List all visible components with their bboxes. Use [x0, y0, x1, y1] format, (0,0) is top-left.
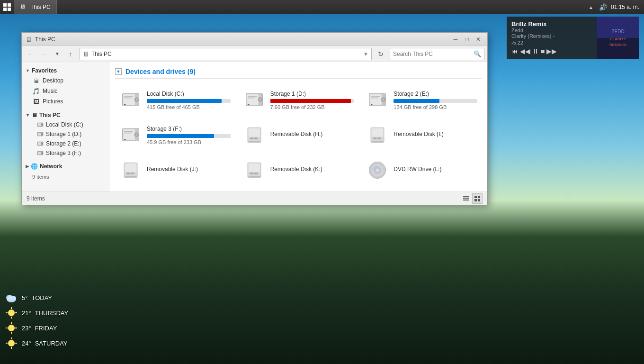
- tiles-view-button[interactable]: [472, 193, 483, 204]
- drive-item-i[interactable]: Removable Disk (I:): [362, 119, 482, 151]
- weather-widget: 5° TODAY 21° THURSDAY 23° FRID: [5, 291, 68, 350]
- drive-c-name: Local Disk (C:): [147, 91, 231, 97]
- svg-rect-51: [248, 98, 255, 99]
- svg-rect-66: [124, 139, 126, 140]
- list-view-button[interactable]: [461, 193, 471, 204]
- address-bar-chevron-icon[interactable]: ▼: [363, 51, 368, 57]
- drive-item-l[interactable]: DVD RW Drive (L:): [362, 155, 482, 186]
- weather-today: 5° TODAY: [5, 291, 68, 304]
- svg-point-17: [8, 325, 15, 331]
- start-button[interactable]: [0, 0, 14, 14]
- sidebar-favorites-header[interactable]: ▼ Favorites: [22, 66, 109, 75]
- drive-c-space: 415 GB free of 465 GB: [147, 104, 231, 110]
- music-pause-button[interactable]: ⏸: [532, 47, 539, 55]
- this-pc-chevron-icon: ▼: [26, 113, 30, 118]
- sidebar-music-label: Music: [43, 88, 57, 94]
- sidebar-item-local-disk[interactable]: Local Disk (C:): [22, 120, 109, 129]
- music-stop-button[interactable]: ■: [541, 47, 545, 55]
- music-next-button[interactable]: ▶▶: [546, 47, 557, 55]
- section-collapse-button[interactable]: ▼: [115, 68, 122, 75]
- svg-rect-52: [248, 104, 250, 105]
- drive-item-j[interactable]: Removable Disk (J:): [115, 155, 235, 186]
- drives-grid: Local Disk (C:) 415 GB free of 465 GB: [115, 84, 482, 186]
- sidebar-network-header[interactable]: ▶ 🌐 Network: [22, 162, 109, 171]
- explorer-titlebar: 🖥 This PC ─ □ ✕: [22, 33, 487, 46]
- svg-rect-64: [124, 131, 133, 132]
- drive-f-space: 45.9 GB free of 233 GB: [147, 139, 231, 145]
- music-prev-button[interactable]: ⏮: [511, 47, 518, 55]
- back-button[interactable]: ←: [25, 48, 37, 60]
- refresh-button[interactable]: ↻: [375, 48, 387, 60]
- search-input[interactable]: [393, 51, 474, 57]
- sidebar-item-storage3[interactable]: Storage 3 (F:): [22, 148, 109, 158]
- speaker-icon[interactable]: 🔊: [599, 3, 607, 11]
- drive-item-h[interactable]: Removable Disk (H:): [239, 119, 358, 151]
- forward-button[interactable]: →: [38, 48, 50, 60]
- drive-h-icon-area: [243, 124, 266, 146]
- svg-rect-1: [8, 3, 11, 7]
- svg-rect-74: [374, 137, 377, 139]
- svg-point-42: [136, 99, 138, 100]
- svg-rect-43: [124, 96, 133, 97]
- svg-rect-57: [371, 96, 380, 97]
- svg-rect-75: [377, 137, 381, 139]
- drive-item-d[interactable]: Storage 1 (D:) 7.60 GB free of 232 GB: [239, 84, 358, 116]
- svg-point-63: [136, 134, 138, 136]
- svg-rect-44: [124, 98, 132, 99]
- music-title: Brillz Remix: [511, 20, 592, 27]
- weather-saturday-temp: 24°: [22, 340, 31, 347]
- sidebar-network-label: Network: [40, 163, 62, 170]
- sidebar-item-pictures[interactable]: 🖼 Pictures: [22, 96, 109, 107]
- svg-point-35: [42, 143, 43, 145]
- svg-rect-59: [371, 104, 373, 105]
- toolbar-dropdown-button[interactable]: ▼: [51, 48, 63, 60]
- address-bar[interactable]: 🖥 This PC ▼: [80, 48, 372, 60]
- svg-rect-45: [124, 104, 126, 105]
- window-controls: ─ □ ✕: [450, 35, 483, 44]
- drive-l-info: DVD RW Drive (L:): [394, 166, 477, 174]
- sidebar-item-storage1[interactable]: Storage 1 (D:): [22, 129, 109, 139]
- status-items-count: 9 items: [27, 195, 45, 202]
- svg-rect-78: [125, 164, 137, 172]
- svg-rect-70: [254, 137, 258, 139]
- svg-rect-34: [38, 142, 41, 145]
- maximize-button[interactable]: □: [462, 35, 472, 44]
- desktop-icon: 🖥: [32, 77, 40, 84]
- drive-j-name: Removable Disk (J:): [147, 166, 231, 173]
- drive-e-bar-container: [394, 99, 477, 103]
- explorer-toolbar: ← → ▼ ↑ 🖥 This PC ▼ ↻ 🔍: [22, 46, 487, 62]
- music-widget: Brillz Remix Zedd Clarity (Remixes) - -5…: [507, 17, 639, 59]
- address-bar-text: This PC: [91, 51, 363, 57]
- drive-c-hdd-icon: [121, 90, 141, 110]
- drive-item-f[interactable]: Storage 3 (F:) 45.9 GB free of 233 GB: [115, 119, 235, 151]
- drive-k-removable-icon: [244, 160, 264, 180]
- taskbar-window-this-pc[interactable]: 🖥 This PC: [14, 0, 57, 14]
- weather-today-temp: 5°: [22, 294, 27, 301]
- sidebar-item-storage2[interactable]: Storage 2 (E:): [22, 139, 109, 148]
- drive-h-removable-icon: [244, 125, 264, 145]
- drive-item-e[interactable]: Storage 2 (E:) 134 GB free of 298 GB: [362, 84, 482, 116]
- devices-section-title: Devices and drives (9): [125, 68, 196, 75]
- sidebar-this-pc-icon: 🖥: [32, 112, 37, 118]
- sidebar-item-music[interactable]: 🎵 Music: [22, 86, 109, 96]
- drive-e-info: Storage 2 (E:) 134 GB free of 298 GB: [394, 91, 477, 110]
- music-play-button[interactable]: ◀◀: [520, 47, 530, 55]
- close-button[interactable]: ✕: [473, 35, 483, 44]
- sidebar-item-desktop[interactable]: 🖥 Desktop: [22, 75, 109, 86]
- svg-rect-68: [248, 128, 260, 137]
- music-controls: ⏮ ◀◀ ⏸ ■ ▶▶: [511, 47, 592, 55]
- weather-thursday-label: THURSDAY: [35, 309, 69, 317]
- drive-item-k[interactable]: Removable Disk (K:): [239, 155, 358, 186]
- minimize-button[interactable]: ─: [450, 35, 461, 44]
- up-button[interactable]: ↑: [64, 48, 77, 60]
- svg-rect-50: [248, 96, 257, 97]
- drive-item-c[interactable]: Local Disk (C:) 415 GB free of 465 GB: [115, 84, 235, 116]
- taskbar: 🖥 This PC ▲ 🔊 01:15 a. m.: [0, 0, 644, 14]
- this-pc-taskbar-icon: 🖥: [20, 3, 27, 11]
- search-bar[interactable]: 🔍: [390, 48, 484, 60]
- svg-rect-99: [478, 199, 480, 201]
- sidebar-this-pc-header[interactable]: ▼ 🖥 This PC: [22, 110, 109, 120]
- taskbar-chevron-icon[interactable]: ▲: [587, 5, 595, 10]
- svg-rect-85: [254, 173, 258, 174]
- sidebar: ▼ Favorites 🖥 Desktop 🎵 Music 🖼 Pictures…: [22, 62, 109, 191]
